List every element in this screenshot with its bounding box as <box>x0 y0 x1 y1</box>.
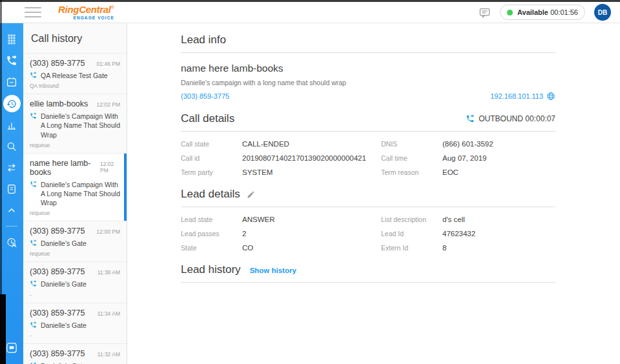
hamburger-menu-icon[interactable] <box>25 7 41 17</box>
field-pair: List description d's cell <box>381 216 555 223</box>
field-pair: Lead passes 2 <box>181 230 375 238</box>
call-item-title: (303) 859-3775 <box>30 267 85 276</box>
field-label: Term reason <box>381 168 442 176</box>
call-item-note: - <box>30 332 120 339</box>
field-pair: DNIS (866) 601-3592 <box>381 140 555 148</box>
outbound-phone-icon <box>466 114 475 123</box>
field-label: State <box>181 244 242 252</box>
phone-outbound-icon[interactable] <box>2 51 21 70</box>
field-pair: Term party SYSTEM <box>181 168 375 176</box>
lead-phone-link[interactable]: (303) 859-3775 <box>181 92 229 100</box>
field-value: EOC <box>442 168 459 176</box>
dialpad-icon[interactable] <box>2 30 21 49</box>
status-timer: 00:01:56 <box>550 8 578 16</box>
avatar[interactable]: DB <box>594 4 611 21</box>
show-history-link[interactable]: Show history <box>250 267 296 274</box>
transfer-icon[interactable] <box>2 158 21 177</box>
lead-info-heading: Lead info <box>181 34 555 46</box>
call-history-panel: Call history (303) 859-3775 01:46 PM QA … <box>23 23 127 364</box>
field-label: List description <box>381 216 442 223</box>
call-item-note: requeue <box>30 250 120 257</box>
phone-outbound-icon <box>30 280 37 287</box>
sidebar-divider <box>6 226 17 227</box>
globe-icon[interactable] <box>546 92 555 101</box>
field-value: 47623432 <box>442 230 475 238</box>
field-value: CALL-ENDED <box>242 140 289 148</box>
field-label: Extern Id <box>381 244 442 252</box>
field-pair: Lead Id 47623432 <box>381 230 555 238</box>
call-item-gate: QA Release Test Gate <box>41 72 108 79</box>
call-item-title: (303) 859-3775 <box>30 227 85 236</box>
call-history-item[interactable]: (303) 859-3775 12:00 PM Danielle's Gate … <box>23 221 127 261</box>
call-history-item[interactable]: (303) 859-3775 11:38 AM Danielle's Gate … <box>23 261 127 302</box>
screen-corner-artifact <box>0 294 6 364</box>
field-label: Lead passes <box>181 230 242 238</box>
field-value: 8 <box>442 244 446 252</box>
call-item-time: 12:02 PM <box>97 101 120 108</box>
field-label: Call id <box>181 154 242 162</box>
divider <box>181 52 555 53</box>
phone-outbound-icon <box>30 239 37 247</box>
call-item-time: 11:34 AM <box>98 310 120 317</box>
agent-history-icon[interactable] <box>2 233 21 252</box>
collapse-icon[interactable] <box>2 201 21 220</box>
script-icon[interactable] <box>2 179 21 199</box>
call-item-note: QA Inbound <box>30 83 120 89</box>
call-history-icon[interactable] <box>3 95 21 112</box>
field-value: 2 <box>242 230 246 238</box>
call-item-note: requeue <box>30 210 120 216</box>
phone-outbound-icon <box>30 321 37 329</box>
call-item-time: 11:38 AM <box>98 269 120 276</box>
phone-outbound-icon <box>30 181 37 188</box>
field-value: ANSWER <box>242 216 274 223</box>
divider <box>181 207 555 207</box>
lead-history-heading: Lead history Show history <box>181 263 555 276</box>
field-pair: Term reason EOC <box>381 168 555 176</box>
field-pair: Lead state ANSWER <box>181 216 375 223</box>
call-item-title: (303) 859-3775 <box>30 308 85 318</box>
field-pair: Call time Aug 07, 2019 <box>381 154 555 162</box>
agent-status-selector[interactable]: Available 00:01:56 <box>500 5 585 20</box>
main-content: Lead info name here lamb-books Danielle'… <box>128 23 620 364</box>
field-label: Term party <box>181 168 242 176</box>
call-history-item[interactable]: (303) 859-3775 01:46 PM QA Release Test … <box>23 53 127 94</box>
stats-icon[interactable] <box>2 116 21 135</box>
message-icon[interactable] <box>479 6 491 19</box>
call-direction-label: OUTBOUND 00:00:07 <box>479 114 555 123</box>
call-item-gate: Danielle's Campaign With A Long Name Tha… <box>41 112 120 138</box>
lead-info-title: Lead info <box>181 34 226 46</box>
logo-brand: RingCentral <box>58 4 111 15</box>
call-item-gate: Danielle's Gate <box>41 239 87 247</box>
call-history-item[interactable]: (303) 859-3775 11:32 AM Danielle's Gate … <box>23 343 127 364</box>
edit-lead-icon[interactable] <box>247 190 255 199</box>
field-value: (866) 601-3592 <box>442 140 493 148</box>
schedule-icon[interactable] <box>2 72 21 92</box>
divider <box>181 282 555 283</box>
call-details-title: Call details <box>181 112 234 125</box>
call-item-title: name here lamb-books <box>30 159 100 177</box>
phone-outbound-icon <box>30 112 37 119</box>
field-pair: Call state CALL-ENDED <box>181 140 375 148</box>
call-history-item[interactable]: (303) 859-3775 11:34 AM Danielle's Gate … <box>23 303 127 343</box>
search-icon[interactable] <box>2 137 21 156</box>
lead-name: name here lamb-books <box>181 63 555 74</box>
call-item-title: ellie lamb-books <box>30 99 88 108</box>
field-value: SYSTEM <box>242 168 273 176</box>
call-item-gate: Danielle's Gate <box>41 280 87 288</box>
field-value: d's cell <box>442 216 465 223</box>
lead-campaign: Danielle's campaign with a long name tha… <box>181 79 555 86</box>
field-label: DNIS <box>381 140 442 148</box>
call-item-gate: Danielle's Gate <box>41 321 87 329</box>
call-item-note: - <box>30 292 120 298</box>
field-pair: Call id 201908071402170139020000000421 <box>181 154 375 162</box>
field-label: Lead state <box>181 216 242 223</box>
divider <box>181 131 555 132</box>
call-history-item[interactable]: ellie lamb-books 12:02 PM Danielle's Cam… <box>23 94 127 153</box>
lead-ip-link[interactable]: 192.168.101.113 <box>490 92 543 100</box>
call-history-item[interactable]: name here lamb-books 12:02 PM Danielle's… <box>23 153 127 221</box>
field-value: CO <box>242 244 253 252</box>
field-pair: State CO <box>181 244 375 252</box>
logo-registered-mark: ® <box>111 5 114 9</box>
call-item-title: (303) 859-3775 <box>30 59 85 68</box>
call-history-list: (303) 859-3775 01:46 PM QA Release Test … <box>23 53 127 364</box>
